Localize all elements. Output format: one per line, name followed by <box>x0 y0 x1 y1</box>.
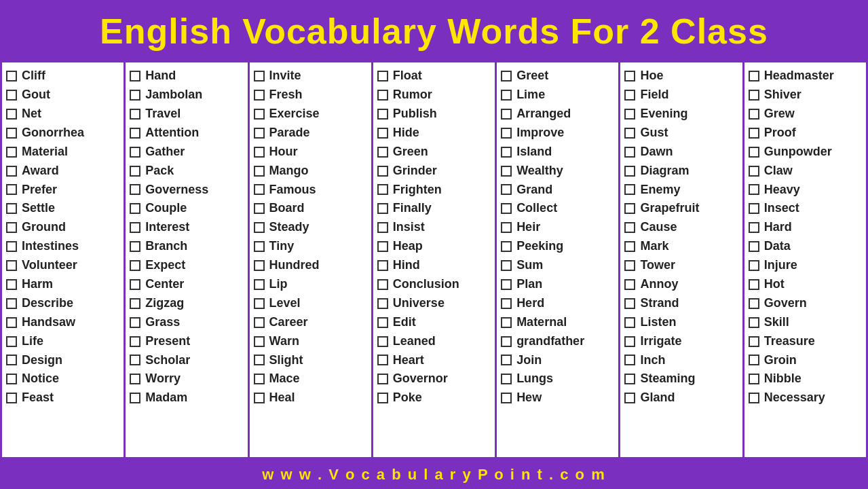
word-checkbox[interactable] <box>6 374 17 384</box>
word-checkbox[interactable] <box>749 71 759 82</box>
word-item[interactable]: Proof <box>749 124 863 143</box>
word-item[interactable]: Frighten <box>377 181 492 200</box>
word-item[interactable]: Heart <box>377 351 492 370</box>
word-item[interactable]: Gather <box>130 143 244 162</box>
word-checkbox[interactable] <box>6 298 17 309</box>
word-item[interactable]: Feast <box>6 388 121 408</box>
word-item[interactable]: Material <box>6 143 121 162</box>
word-item[interactable]: Warn <box>254 332 369 351</box>
word-item[interactable]: Settle <box>6 199 121 218</box>
word-item[interactable]: Invite <box>254 67 369 86</box>
word-checkbox[interactable] <box>254 128 265 139</box>
word-checkbox[interactable] <box>749 317 759 328</box>
word-checkbox[interactable] <box>749 184 759 195</box>
word-checkbox[interactable] <box>130 147 140 158</box>
word-checkbox[interactable] <box>254 260 265 271</box>
word-checkbox[interactable] <box>130 279 140 290</box>
word-checkbox[interactable] <box>624 184 635 195</box>
word-checkbox[interactable] <box>254 166 265 177</box>
word-item[interactable]: Lime <box>501 86 616 105</box>
word-checkbox[interactable] <box>624 166 635 177</box>
word-checkbox[interactable] <box>377 128 388 139</box>
word-item[interactable]: Hew <box>501 388 616 408</box>
word-item[interactable]: Heavy <box>749 181 863 200</box>
word-checkbox[interactable] <box>130 355 140 365</box>
word-item[interactable]: Necessary <box>749 388 863 408</box>
word-item[interactable]: Mace <box>254 369 369 388</box>
word-item[interactable]: Plan <box>501 275 616 294</box>
word-checkbox[interactable] <box>624 222 635 233</box>
word-item[interactable]: Worry <box>130 369 244 388</box>
word-checkbox[interactable] <box>6 128 17 139</box>
word-checkbox[interactable] <box>624 317 635 328</box>
word-item[interactable]: Gust <box>624 124 739 143</box>
word-checkbox[interactable] <box>6 203 17 214</box>
word-item[interactable]: Present <box>130 332 244 351</box>
word-item[interactable]: Rumor <box>377 86 492 105</box>
word-checkbox[interactable] <box>501 71 512 82</box>
word-item[interactable]: Governess <box>130 181 244 200</box>
word-item[interactable]: Hour <box>254 143 369 162</box>
word-item[interactable]: Ground <box>6 218 121 237</box>
word-checkbox[interactable] <box>749 393 759 403</box>
word-checkbox[interactable] <box>254 279 265 290</box>
word-item[interactable]: Conclusion <box>377 275 492 294</box>
word-checkbox[interactable] <box>377 393 388 403</box>
word-item[interactable]: Dawn <box>624 143 739 162</box>
word-checkbox[interactable] <box>254 393 265 403</box>
word-checkbox[interactable] <box>624 260 635 271</box>
word-checkbox[interactable] <box>501 203 512 214</box>
word-checkbox[interactable] <box>501 374 512 384</box>
word-item[interactable]: Governor <box>377 369 492 388</box>
word-checkbox[interactable] <box>130 241 140 252</box>
word-item[interactable]: Life <box>6 332 121 351</box>
word-item[interactable]: Hand <box>130 67 244 86</box>
word-checkbox[interactable] <box>749 355 759 365</box>
word-item[interactable]: Peeking <box>501 237 616 256</box>
word-checkbox[interactable] <box>377 71 388 82</box>
word-checkbox[interactable] <box>130 90 140 101</box>
word-checkbox[interactable] <box>130 184 140 195</box>
word-item[interactable]: Publish <box>377 105 492 124</box>
word-item[interactable]: Couple <box>130 199 244 218</box>
word-checkbox[interactable] <box>501 241 512 252</box>
word-item[interactable]: Award <box>6 162 121 181</box>
word-item[interactable]: Lungs <box>501 369 616 388</box>
word-item[interactable]: Mango <box>254 162 369 181</box>
word-item[interactable]: Sum <box>501 256 616 275</box>
word-item[interactable]: Center <box>130 275 244 294</box>
word-checkbox[interactable] <box>6 279 17 290</box>
word-checkbox[interactable] <box>749 203 759 214</box>
word-item[interactable]: Tower <box>624 256 739 275</box>
word-item[interactable]: Groin <box>749 351 863 370</box>
word-checkbox[interactable] <box>501 184 512 195</box>
word-checkbox[interactable] <box>6 109 17 120</box>
word-checkbox[interactable] <box>130 128 140 139</box>
word-checkbox[interactable] <box>749 109 759 120</box>
word-checkbox[interactable] <box>749 241 759 252</box>
word-checkbox[interactable] <box>6 147 17 158</box>
word-checkbox[interactable] <box>130 393 140 403</box>
word-item[interactable]: Finally <box>377 199 492 218</box>
word-checkbox[interactable] <box>624 279 635 290</box>
word-checkbox[interactable] <box>377 241 388 252</box>
word-item[interactable]: Exercise <box>254 105 369 124</box>
word-checkbox[interactable] <box>130 222 140 233</box>
word-checkbox[interactable] <box>749 147 759 158</box>
word-checkbox[interactable] <box>254 184 265 195</box>
word-checkbox[interactable] <box>501 222 512 233</box>
word-checkbox[interactable] <box>6 71 17 82</box>
word-checkbox[interactable] <box>6 222 17 233</box>
word-item[interactable]: Insect <box>749 199 863 218</box>
word-checkbox[interactable] <box>749 90 759 101</box>
word-item[interactable]: Greet <box>501 67 616 86</box>
word-checkbox[interactable] <box>624 71 635 82</box>
word-checkbox[interactable] <box>749 166 759 177</box>
word-checkbox[interactable] <box>501 393 512 403</box>
word-item[interactable]: Attention <box>130 124 244 143</box>
word-item[interactable]: Arranged <box>501 105 616 124</box>
word-checkbox[interactable] <box>501 260 512 271</box>
word-item[interactable]: Gout <box>6 86 121 105</box>
word-item[interactable]: Famous <box>254 181 369 200</box>
word-item[interactable]: Gonorrhea <box>6 124 121 143</box>
